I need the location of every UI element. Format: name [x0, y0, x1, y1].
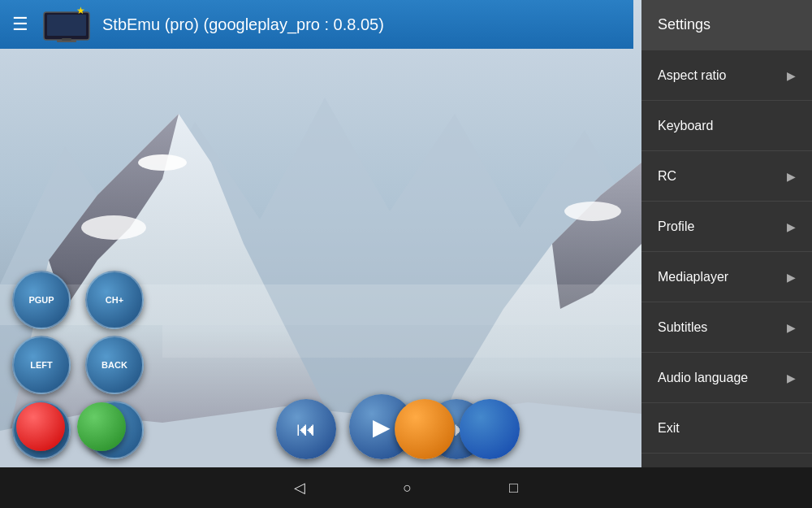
android-recents-button[interactable]: □ [509, 480, 518, 497]
svg-point-7 [138, 154, 187, 171]
app-title: StbEmu (pro) (googleplay_pro : 0.8.05) [102, 15, 384, 34]
pgup-button[interactable]: PGUP [12, 271, 71, 329]
tv-logo: ★ [41, 6, 93, 43]
context-menu: Settings Aspect ratio ▶ Keyboard RC ▶ Pr… [641, 0, 812, 508]
svg-text:★: ★ [76, 6, 85, 16]
ch-plus-button[interactable]: CH+ [85, 271, 144, 329]
green-button[interactable] [77, 402, 126, 451]
orange-button[interactable] [395, 399, 455, 459]
svg-point-8 [564, 202, 621, 221]
header-bar: ☰ ★ StbEmu (pro) (googleplay_pro : 0.8.0… [0, 0, 633, 49]
red-button[interactable] [16, 402, 65, 451]
menu-item-rc[interactable]: RC ▶ [641, 151, 812, 202]
left-button[interactable]: LEFT [12, 336, 71, 394]
rewind-button[interactable]: ⏮ [276, 399, 336, 459]
menu-item-settings[interactable]: Settings [641, 0, 812, 50]
menu-item-exit[interactable]: Exit [641, 403, 812, 454]
arrow-icon: ▶ [787, 371, 796, 384]
hamburger-icon[interactable]: ☰ [12, 14, 28, 35]
arrow-icon: ▶ [787, 321, 796, 334]
arrow-icon: ▶ [787, 170, 796, 183]
menu-item-aspect-ratio[interactable]: Aspect ratio ▶ [641, 50, 812, 101]
menu-item-subtitles[interactable]: Subtitles ▶ [641, 302, 812, 353]
arrow-icon: ▶ [787, 220, 796, 233]
blue-button[interactable] [460, 399, 520, 459]
back-button[interactable]: BACK [85, 336, 144, 394]
android-home-button[interactable]: ○ [403, 480, 412, 497]
menu-item-profile[interactable]: Profile ▶ [641, 202, 812, 252]
svg-rect-15 [62, 38, 71, 41]
menu-item-keyboard[interactable]: Keyboard [641, 101, 812, 151]
arrow-icon: ▶ [787, 69, 796, 82]
android-back-button[interactable]: ◁ [294, 479, 305, 497]
svg-rect-13 [47, 15, 86, 36]
svg-point-6 [81, 215, 146, 240]
android-nav-bar: ◁ ○ □ [0, 467, 812, 508]
menu-item-mediaplayer[interactable]: Mediaplayer ▶ [641, 252, 812, 302]
arrow-icon: ▶ [787, 271, 796, 284]
controls-container: PGUP CH+ LEFT BACK PGDOWN CH- ⏮ ▶ ⏭ [0, 240, 641, 467]
menu-item-audio-language[interactable]: Audio language ▶ [641, 353, 812, 403]
